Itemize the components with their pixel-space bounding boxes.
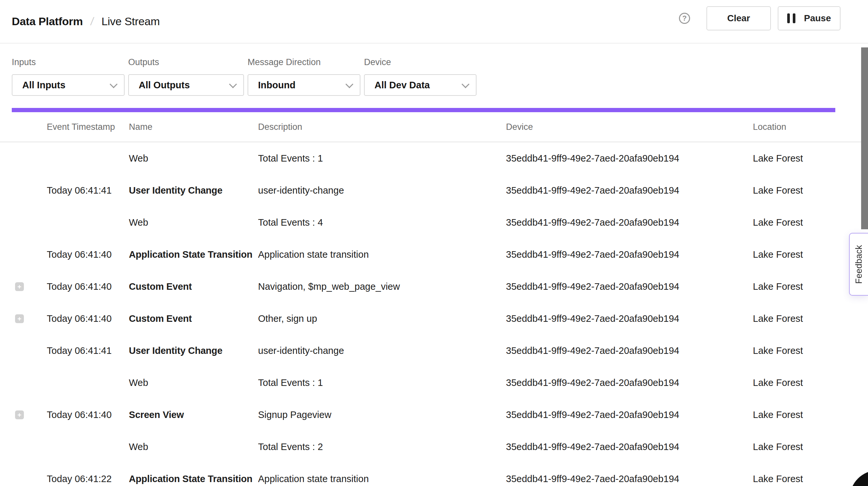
row-device: 35eddb41-9ff9-49e2-7aed-20afa90eb194: [506, 217, 753, 228]
row-timestamp: Today 06:41:41: [47, 345, 129, 356]
row-name: Web: [129, 442, 258, 452]
filter-device-value: All Dev Data: [374, 80, 430, 91]
row-description: Other, sign up: [258, 313, 506, 324]
table-row[interactable]: + Today 06:41:22 Application State Trans…: [0, 463, 868, 486]
row-name: Web: [129, 153, 258, 164]
filter-bar: Inputs All Inputs Outputs All Outputs Me…: [12, 44, 476, 96]
row-location: Lake Forest: [753, 281, 835, 292]
filter-message-direction-label: Message Direction: [248, 57, 361, 67]
row-name: Custom Event: [129, 281, 258, 292]
table-row[interactable]: + Today 06:41:41 User Identity Change us…: [0, 335, 868, 367]
breadcrumb: Data Platform / Live Stream: [12, 15, 160, 28]
row-timestamp: Today 06:41:40: [47, 409, 129, 420]
table-row[interactable]: + Today 06:41:41 User Identity Change us…: [0, 174, 868, 206]
row-name: Web: [129, 217, 258, 228]
table-row[interactable]: + Today 06:41:40 Custom Event Navigation…: [0, 271, 868, 303]
filter-outputs-value: All Outputs: [139, 80, 190, 91]
row-device: 35eddb41-9ff9-49e2-7aed-20afa90eb194: [506, 153, 753, 164]
breadcrumb-separator: /: [90, 15, 95, 28]
row-device: 35eddb41-9ff9-49e2-7aed-20afa90eb194: [506, 249, 753, 260]
table-row[interactable]: + Web Total Events : 1 35eddb41-9ff9-49e…: [0, 142, 868, 174]
chevron-down-icon: [110, 80, 117, 88]
row-name: Screen View: [129, 409, 258, 420]
row-location: Lake Forest: [753, 377, 835, 388]
scrollbar-thumb[interactable]: [861, 48, 868, 229]
header-actions: ? Clear Pause: [679, 6, 840, 30]
filter-outputs-select[interactable]: All Outputs: [128, 74, 244, 96]
row-location: Lake Forest: [753, 185, 835, 196]
row-device: 35eddb41-9ff9-49e2-7aed-20afa90eb194: [506, 442, 753, 452]
column-device: Device: [506, 122, 753, 132]
row-device: 35eddb41-9ff9-49e2-7aed-20afa90eb194: [506, 281, 753, 292]
filter-device-label: Device: [364, 57, 476, 67]
table-row[interactable]: + Web Total Events : 2 35eddb41-9ff9-49e…: [0, 431, 868, 463]
expand-row-button[interactable]: +: [15, 314, 24, 323]
row-name: User Identity Change: [129, 185, 258, 196]
row-description: user-identity-change: [258, 345, 506, 356]
event-rows: + Web Total Events : 1 35eddb41-9ff9-49e…: [0, 142, 868, 486]
row-name: Application State Transition: [129, 474, 258, 484]
row-device: 35eddb41-9ff9-49e2-7aed-20afa90eb194: [506, 313, 753, 324]
filter-message-direction-select[interactable]: Inbound: [248, 74, 361, 96]
row-timestamp: Today 06:41:40: [47, 313, 129, 324]
clear-button-label: Clear: [727, 13, 750, 24]
table-row[interactable]: + Today 06:41:40 Custom Event Other, sig…: [0, 303, 868, 335]
pause-button[interactable]: Pause: [778, 6, 840, 30]
live-stream-progress-bar: [12, 108, 835, 112]
table-row[interactable]: + Today 06:41:40 Screen View Signup Page…: [0, 399, 868, 431]
row-location: Lake Forest: [753, 217, 835, 228]
row-location: Lake Forest: [753, 345, 835, 356]
table-row[interactable]: + Today 06:41:40 Application State Trans…: [0, 238, 868, 271]
row-description: Total Events : 4: [258, 217, 506, 228]
column-name: Name: [129, 122, 258, 132]
filter-outputs-label: Outputs: [128, 57, 244, 67]
row-name: Custom Event: [129, 313, 258, 324]
filter-device: Device All Dev Data: [364, 44, 476, 96]
row-device: 35eddb41-9ff9-49e2-7aed-20afa90eb194: [506, 377, 753, 388]
row-timestamp: Today 06:41:22: [47, 474, 129, 484]
row-device: 35eddb41-9ff9-49e2-7aed-20afa90eb194: [506, 409, 753, 420]
row-description: Total Events : 1: [258, 153, 506, 164]
clear-button[interactable]: Clear: [707, 6, 771, 30]
chevron-down-icon: [229, 80, 237, 88]
filter-inputs: Inputs All Inputs: [12, 44, 125, 96]
filter-inputs-value: All Inputs: [22, 80, 65, 91]
row-description: Application state transition: [258, 249, 506, 260]
chevron-down-icon: [345, 80, 353, 88]
expand-row-button[interactable]: +: [15, 282, 24, 291]
column-description: Description: [258, 122, 506, 132]
row-device: 35eddb41-9ff9-49e2-7aed-20afa90eb194: [506, 474, 753, 484]
row-description: Total Events : 1: [258, 377, 506, 388]
pause-icon: [787, 13, 796, 23]
row-timestamp: Today 06:41:40: [47, 281, 129, 292]
filter-message-direction-value: Inbound: [258, 80, 295, 91]
page-title: Live Stream: [101, 15, 160, 28]
expand-row-button[interactable]: +: [15, 411, 24, 419]
row-name: User Identity Change: [129, 345, 258, 356]
app-header: Data Platform / Live Stream ? Clear Paus…: [0, 0, 868, 43]
help-icon[interactable]: ?: [679, 13, 690, 24]
feedback-tab-label: Feedback: [854, 245, 864, 284]
table-row[interactable]: + Web Total Events : 1 35eddb41-9ff9-49e…: [0, 367, 868, 399]
column-location: Location: [753, 122, 835, 132]
row-name: Application State Transition: [129, 249, 258, 260]
row-location: Lake Forest: [753, 442, 835, 452]
column-event-timestamp: Event Timestamp: [47, 122, 129, 132]
row-device: 35eddb41-9ff9-49e2-7aed-20afa90eb194: [506, 185, 753, 196]
breadcrumb-section[interactable]: Data Platform: [12, 15, 83, 28]
row-description: Navigation, $mp_web_page_view: [258, 281, 506, 292]
row-location: Lake Forest: [753, 409, 835, 420]
filter-inputs-select[interactable]: All Inputs: [12, 74, 125, 96]
row-location: Lake Forest: [753, 153, 835, 164]
row-device: 35eddb41-9ff9-49e2-7aed-20afa90eb194: [506, 345, 753, 356]
filter-device-select[interactable]: All Dev Data: [364, 74, 476, 96]
row-description: Application state transition: [258, 474, 506, 484]
table-row[interactable]: + Web Total Events : 4 35eddb41-9ff9-49e…: [0, 206, 868, 238]
row-timestamp: Today 06:41:41: [47, 185, 129, 196]
row-location: Lake Forest: [753, 313, 835, 324]
feedback-tab[interactable]: Feedback: [849, 233, 868, 296]
row-description: Total Events : 2: [258, 442, 506, 452]
pause-button-label: Pause: [804, 13, 831, 24]
chevron-down-icon: [462, 80, 469, 88]
filter-outputs: Outputs All Outputs: [128, 44, 244, 96]
